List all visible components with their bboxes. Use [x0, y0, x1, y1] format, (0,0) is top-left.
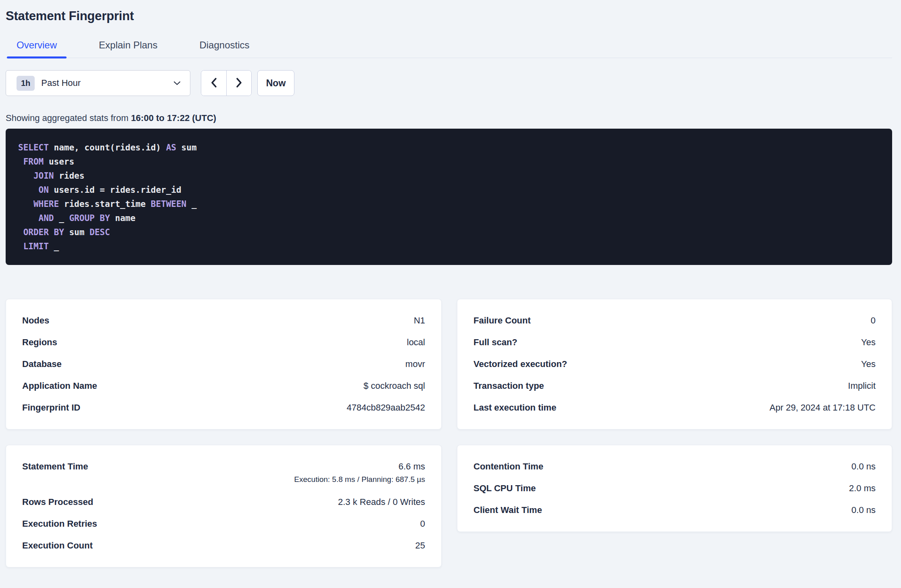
statement-performance-card: Statement Time 6.6 ms Execution: 5.8 ms …	[6, 445, 442, 567]
row-value: 6.6 ms	[294, 461, 425, 473]
table-row: Execution Retries 0	[22, 513, 425, 535]
row-label: Full scan?	[473, 336, 517, 348]
table-row: Contention Time 0.0 ns	[473, 456, 876, 477]
row-label: Client Wait Time	[473, 504, 542, 516]
row-label: Rows Processed	[22, 496, 93, 508]
now-button[interactable]: Now	[257, 70, 294, 96]
time-range-dropdown[interactable]: 1h Past Hour	[6, 70, 190, 96]
sql-line: WHERE rides.start_time BETWEEN _	[18, 197, 880, 211]
row-value: Yes	[861, 336, 876, 348]
row-label: Regions	[22, 336, 57, 348]
row-label: Execution Retries	[22, 518, 97, 530]
row-label: Nodes	[22, 315, 49, 327]
table-row: Nodes N1	[22, 310, 425, 332]
row-value: 25	[415, 540, 425, 552]
row-value: movr	[405, 358, 425, 370]
row-label: Fingerprint ID	[22, 402, 80, 414]
row-value: 2.0 ms	[849, 482, 876, 494]
row-label: Application Name	[22, 380, 97, 392]
chevron-right-icon	[236, 77, 242, 89]
page-title: Statement Fingerprint	[6, 9, 892, 23]
table-row: Rows Processed 2.3 k Reads / 0 Writes	[22, 491, 425, 513]
time-range-badge: 1h	[17, 76, 35, 91]
row-value: Apr 29, 2024 at 17:18 UTC	[770, 402, 876, 414]
table-row: Vectorized execution? Yes	[473, 353, 876, 375]
nodes-link[interactable]: N1	[414, 315, 425, 327]
time-toolbar: 1h Past Hour	[6, 70, 892, 96]
row-value: 2.3 k Reads / 0 Writes	[338, 496, 425, 508]
row-label: Statement Time	[22, 461, 88, 473]
aggregated-stats-range: 16:00 to 17:22 (UTC)	[131, 113, 217, 123]
overview-details-card: Nodes N1 Regions local Database movr App…	[6, 299, 442, 430]
row-label: SQL CPU Time	[473, 482, 536, 494]
table-row: Application Name $ cockroach sql	[22, 375, 425, 397]
row-value: 0	[871, 315, 876, 327]
time-breakdown-card: Contention Time 0.0 ns SQL CPU Time 2.0 …	[457, 445, 892, 532]
table-row: SQL CPU Time 2.0 ms	[473, 477, 876, 499]
row-label: Database	[22, 358, 62, 370]
sql-line: FROM users	[18, 155, 880, 169]
row-value: local	[407, 336, 425, 348]
aggregated-stats-line: Showing aggregated stats from 16:00 to 1…	[6, 113, 892, 123]
row-value-stack: 6.6 ms Execution: 5.8 ms / Planning: 687…	[294, 461, 425, 485]
statement-fingerprint-page: Statement Fingerprint Overview Explain P…	[0, 9, 901, 567]
table-row: Transaction type Implicit	[473, 375, 876, 397]
table-row: Failure Count 0	[473, 310, 876, 332]
row-value: 4784cb829aab2542	[346, 402, 425, 414]
stat-cards-grid: Nodes N1 Regions local Database movr App…	[6, 299, 892, 567]
tab-explain-plans[interactable]: Explain Plans	[89, 40, 167, 58]
tab-overview[interactable]: Overview	[7, 40, 67, 58]
row-label: Failure Count	[473, 315, 531, 327]
application-name-link[interactable]: $ cockroach sql	[363, 380, 425, 392]
aggregated-stats-prefix: Showing aggregated stats from	[6, 113, 131, 123]
table-row: Execution Count 25	[22, 535, 425, 557]
sql-line: LIMIT _	[18, 240, 880, 254]
previous-time-button[interactable]	[201, 71, 226, 96]
chevron-down-icon	[173, 81, 181, 85]
table-row: Regions local	[22, 332, 425, 353]
table-row: Client Wait Time 0.0 ns	[473, 499, 876, 521]
table-row: Full scan? Yes	[473, 332, 876, 353]
table-row: Statement Time 6.6 ms Execution: 5.8 ms …	[22, 456, 425, 491]
row-label: Last execution time	[473, 402, 556, 414]
row-value: 0.0 ns	[851, 504, 876, 516]
sql-line: ON users.id = rides.rider_id	[18, 183, 880, 197]
row-value: 0.0 ns	[851, 461, 876, 473]
row-subvalue: Execution: 5.8 ms / Planning: 687.5 µs	[294, 474, 425, 485]
sql-line: ORDER BY sum DESC	[18, 225, 880, 240]
time-range-label: Past Hour	[41, 78, 81, 88]
time-pager	[201, 70, 252, 96]
table-row: Fingerprint ID 4784cb829aab2542	[22, 397, 425, 419]
sql-line: JOIN rides	[18, 169, 880, 183]
row-value: Implicit	[848, 380, 876, 392]
sql-statement: SELECT name, count(rides.id) AS sum FROM…	[6, 129, 892, 265]
row-value: 0	[420, 518, 425, 530]
row-value: Yes	[861, 358, 876, 370]
chevron-left-icon	[211, 77, 217, 89]
sql-line: AND _ GROUP BY name	[18, 211, 880, 225]
table-row: Database movr	[22, 353, 425, 375]
tab-bar: Overview Explain Plans Diagnostics	[6, 40, 892, 58]
table-row: Last execution time Apr 29, 2024 at 17:1…	[473, 397, 876, 419]
row-label: Execution Count	[22, 540, 93, 552]
tab-diagnostics[interactable]: Diagnostics	[190, 40, 259, 58]
execution-attributes-card: Failure Count 0 Full scan? Yes Vectorize…	[457, 299, 892, 430]
next-time-button[interactable]	[226, 71, 251, 96]
row-label: Vectorized execution?	[473, 358, 567, 370]
sql-line: SELECT name, count(rides.id) AS sum	[18, 141, 880, 155]
row-label: Transaction type	[473, 380, 544, 392]
row-label: Contention Time	[473, 461, 543, 473]
